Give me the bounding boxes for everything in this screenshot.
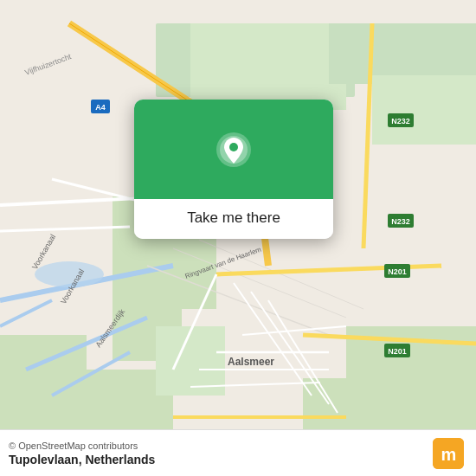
moovit-logo: m <box>433 438 464 469</box>
moovit-logo-icon: m <box>433 438 464 469</box>
copyright-text: © OpenStreetMap contributors <box>9 441 155 451</box>
take-me-there-button[interactable]: Take me there <box>187 208 280 228</box>
svg-text:Aalsmeer: Aalsmeer <box>228 356 274 368</box>
svg-text:N201: N201 <box>388 347 407 356</box>
svg-text:N201: N201 <box>388 267 407 276</box>
location-pin-icon <box>215 131 253 169</box>
popup-header <box>134 100 333 199</box>
location-label: Tupolevlaan, Netherlands <box>9 453 155 466</box>
map-container: A4 A4 N232 N232 N201 N201 N196 <box>0 0 476 476</box>
svg-text:N232: N232 <box>391 217 410 226</box>
svg-text:N232: N232 <box>391 117 410 125</box>
svg-text:m: m <box>441 445 456 464</box>
popup-button-area[interactable]: Take me there <box>134 199 333 239</box>
svg-text:A4: A4 <box>95 103 106 112</box>
bottom-left-info: © OpenStreetMap contributors Tupolevlaan… <box>9 441 155 466</box>
bottom-bar: © OpenStreetMap contributors Tupolevlaan… <box>0 429 476 476</box>
popup-card: Take me there <box>134 100 333 239</box>
svg-rect-3 <box>329 23 476 84</box>
svg-point-57 <box>229 143 238 151</box>
svg-rect-9 <box>156 326 225 396</box>
svg-rect-4 <box>372 75 476 145</box>
svg-rect-2 <box>190 23 346 110</box>
